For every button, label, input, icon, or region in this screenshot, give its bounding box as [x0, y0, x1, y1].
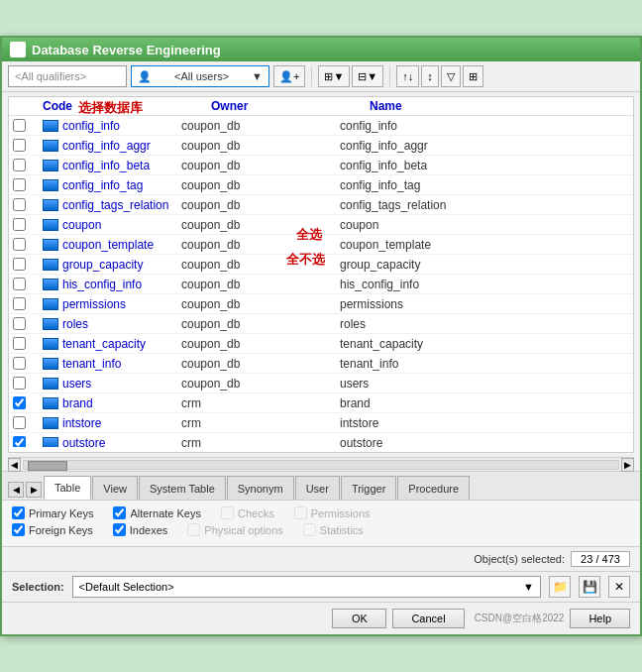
- table-row[interactable]: config_info coupon_db config_info: [9, 116, 633, 136]
- filter-btn[interactable]: ▽: [441, 65, 461, 87]
- table-icon: [43, 120, 58, 132]
- row-checkbox[interactable]: [13, 337, 26, 350]
- row-checkbox[interactable]: [13, 119, 26, 132]
- help-button[interactable]: Help: [570, 609, 630, 628]
- select-all-btn[interactable]: ↑↓: [396, 65, 419, 87]
- cancel-button[interactable]: Cancel: [392, 609, 464, 628]
- checks-checkbox: [221, 506, 234, 519]
- option-alternate-keys[interactable]: Alternate Keys: [113, 506, 201, 519]
- option-primary-keys[interactable]: Primary Keys: [12, 506, 93, 519]
- row-checkbox[interactable]: [13, 159, 26, 171]
- watermark: CSDN@空白格2022: [475, 612, 565, 625]
- option-indexes[interactable]: Indexes: [113, 523, 168, 536]
- table-row[interactable]: group_capacity coupon_db group_capacity: [9, 255, 633, 275]
- table-icon: [43, 259, 58, 271]
- row-owner-value: coupon_db: [181, 218, 340, 232]
- table-row[interactable]: users coupon_db users: [9, 374, 633, 393]
- selection-delete-btn[interactable]: ✕: [608, 576, 630, 598]
- row-checkbox[interactable]: [13, 139, 26, 152]
- scroll-left[interactable]: ◀: [8, 458, 21, 472]
- option-foreign-keys[interactable]: Foreign Keys: [12, 523, 93, 536]
- tab-synonym[interactable]: Synonym: [227, 476, 294, 500]
- row-owner-value: coupon_db: [181, 139, 340, 153]
- scrollbar-x[interactable]: ◀ ▶: [8, 457, 634, 471]
- table-icon: [43, 378, 58, 390]
- row-checkbox[interactable]: [13, 396, 26, 409]
- tab-view[interactable]: View: [92, 476, 138, 500]
- grid-btn[interactable]: ⊞: [463, 65, 483, 87]
- add-user-button[interactable]: 👤+: [273, 65, 305, 87]
- row-name-value: intstore: [340, 416, 629, 430]
- tab-system-table[interactable]: System Table: [139, 476, 226, 500]
- table-row[interactable]: brand crm brand: [9, 393, 633, 413]
- row-checkbox[interactable]: [13, 436, 26, 447]
- table-row[interactable]: roles coupon_db roles: [9, 314, 633, 334]
- selection-save-btn[interactable]: 💾: [579, 576, 600, 598]
- tab-prev-btn[interactable]: ◀: [8, 482, 24, 498]
- row-name-value: his_config_info: [340, 278, 629, 291]
- row-checkbox[interactable]: [13, 258, 26, 271]
- tab-table[interactable]: Table: [44, 476, 91, 500]
- deselect-btn[interactable]: ↕: [421, 65, 439, 87]
- row-code-value: config_info_tag: [62, 178, 143, 192]
- tab-user[interactable]: User: [295, 476, 340, 500]
- row-owner-value: coupon_db: [181, 278, 340, 291]
- row-owner-value: crm: [181, 396, 340, 410]
- users-dropdown[interactable]: 👤 <All users> ▼: [131, 65, 269, 87]
- table-row[interactable]: tenant_info coupon_db tenant_info: [9, 354, 633, 374]
- toolbar: <All qualifiers> 👤 <All users> ▼ 👤+ ⊞▼ ⊟…: [2, 61, 640, 92]
- row-code-value: intstore: [62, 416, 101, 430]
- table-icon: [43, 219, 58, 231]
- table-row[interactable]: config_info_tag coupon_db config_info_ta…: [9, 175, 633, 195]
- row-checkbox[interactable]: [13, 278, 26, 290]
- table-icon: [43, 298, 58, 310]
- tab-next-btn[interactable]: ▶: [26, 482, 42, 498]
- row-checkbox[interactable]: [13, 218, 26, 231]
- row-code-value: config_info_aggr: [62, 139, 151, 153]
- fk-checkbox[interactable]: [12, 523, 25, 536]
- row-name-value: outstore: [340, 436, 629, 448]
- status-bar: Object(s) selected: 23 / 473: [2, 547, 640, 572]
- qualifier-label: <All qualifiers>: [15, 70, 86, 82]
- scroll-right[interactable]: ▶: [621, 458, 634, 472]
- table-row[interactable]: intstore crm intstore: [9, 413, 633, 433]
- idx-checkbox[interactable]: [113, 523, 126, 536]
- users-label: <All users>: [174, 70, 229, 82]
- row-checkbox[interactable]: [13, 377, 26, 390]
- selection-dropdown[interactable]: <Default Selection> ▼: [72, 576, 541, 598]
- ok-button[interactable]: OK: [332, 609, 386, 628]
- row-checkbox[interactable]: [13, 416, 26, 429]
- main-window: Database Reverse Engineering <All qualif…: [0, 36, 642, 636]
- table-row[interactable]: permissions coupon_db permissions: [9, 294, 633, 314]
- table-icon: [43, 397, 58, 409]
- table-row[interactable]: coupon coupon_db coupon: [9, 215, 633, 235]
- row-name-value: group_capacity: [340, 258, 629, 272]
- row-checkbox[interactable]: [13, 178, 26, 191]
- scrollbar-thumb[interactable]: [28, 461, 67, 471]
- tab-trigger[interactable]: Trigger: [341, 476, 396, 500]
- ak-checkbox[interactable]: [113, 506, 126, 519]
- row-checkbox[interactable]: [13, 357, 26, 370]
- table-row[interactable]: config_tags_relation coupon_db config_ta…: [9, 195, 633, 215]
- row-owner-value: coupon_db: [181, 377, 340, 391]
- table-icon: [43, 239, 58, 251]
- table-row[interactable]: coupon_template coupon_db coupon_templat…: [9, 235, 633, 255]
- selection-folder-btn[interactable]: 📁: [549, 576, 571, 598]
- row-checkbox[interactable]: [13, 198, 26, 211]
- table-row[interactable]: outstore crm outstore: [9, 433, 633, 447]
- table-icon: [43, 160, 58, 171]
- row-checkbox[interactable]: [13, 297, 26, 310]
- pk-checkbox[interactable]: [12, 506, 25, 519]
- row-checkbox[interactable]: [13, 238, 26, 251]
- tab-procedure[interactable]: Procedure: [397, 476, 470, 500]
- table-row[interactable]: config_info_aggr coupon_db config_info_a…: [9, 136, 633, 156]
- table-header: Code Owner Name: [9, 97, 633, 116]
- table-row[interactable]: config_info_beta coupon_db config_info_b…: [9, 156, 633, 175]
- table-row[interactable]: tenant_capacity coupon_db tenant_capacit…: [9, 334, 633, 354]
- copy-btn[interactable]: ⊞▼: [318, 65, 350, 87]
- table-row[interactable]: his_config_info coupon_db his_config_inf…: [9, 275, 633, 294]
- row-checkbox[interactable]: [13, 317, 26, 330]
- paste-btn[interactable]: ⊟▼: [352, 65, 383, 87]
- row-name-value: users: [340, 377, 629, 391]
- qualifier-dropdown[interactable]: <All qualifiers>: [8, 65, 127, 87]
